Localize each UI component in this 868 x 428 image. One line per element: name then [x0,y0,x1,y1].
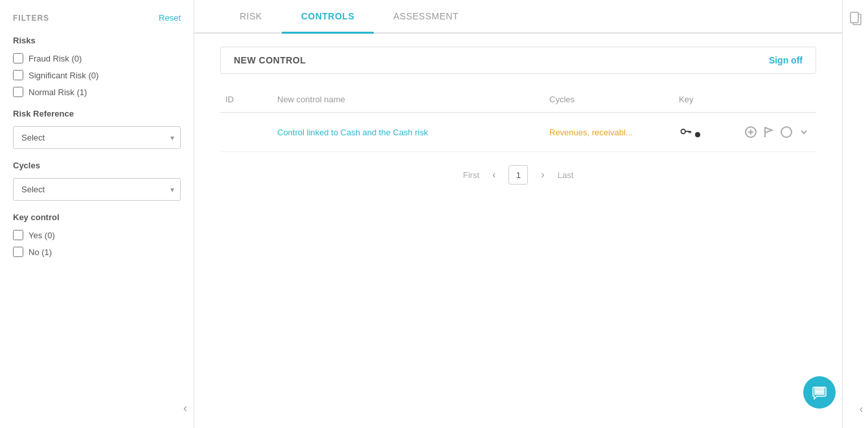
significant-risk-item: Significant Risk (0) [13,70,181,80]
cell-name[interactable]: Control linked to Cash and the Cash risk [272,125,544,140]
new-control-button[interactable]: NEW CONTROL [221,47,319,73]
risk-reference-select[interactable]: Select [13,126,181,149]
risks-section-title: Risks [13,36,181,45]
dot-indicator-icon [694,131,701,138]
cell-key [674,122,738,142]
col-actions [738,92,816,107]
fraud-risk-label: Fraud Risk (0) [29,54,82,63]
svg-point-0 [681,129,685,133]
cycles-section-title: Cycles [13,161,181,170]
tab-assessment[interactable]: ASSESSMENT [374,1,478,34]
pagination: First ‹ 1 › Last [220,165,816,185]
svg-point-14 [821,391,823,393]
significant-risk-label: Significant Risk (0) [29,71,98,80]
key-icon [679,125,692,138]
flag-action-icon[interactable] [762,124,776,140]
col-name: New control name [272,92,544,107]
cycles-section: Cycles Select ▾ [13,161,181,201]
cell-id [220,130,272,135]
normal-risk-checkbox[interactable] [13,87,23,97]
first-page-label[interactable]: First [463,170,479,180]
key-control-title: Key control [13,212,181,222]
toolbar: NEW CONTROL Sign off [220,47,816,74]
yes-key-label: Yes (0) [29,231,55,240]
no-key-checkbox[interactable] [13,247,23,257]
current-page-number: 1 [508,165,528,185]
sign-off-button[interactable]: Sign off [756,47,816,73]
content-area: NEW CONTROL Sign off ID New control name… [194,34,842,428]
nav-tabs: RISK CONTROLS ASSESSMENT [194,0,842,34]
yes-key-item: Yes (0) [13,230,181,240]
cell-cycles: Revenues, receivabl... [544,125,674,140]
prev-page-button[interactable]: ‹ [487,166,501,183]
sidebar: FILTERS Reset Risks Fraud Risk (0) Signi… [0,0,194,428]
expand-action-icon[interactable] [797,124,812,140]
cycles-wrapper: Select ▾ [13,178,181,201]
risks-section: Risks Fraud Risk (0) Significant Risk (0… [13,36,181,97]
sidebar-collapse-button[interactable]: ‹ [183,401,187,415]
row-actions [738,122,816,142]
svg-rect-11 [851,12,858,23]
reset-link[interactable]: Reset [159,13,181,23]
svg-point-13 [819,391,821,393]
table-row: Control linked to Cash and the Cash risk… [220,113,816,152]
right-collapse-button[interactable]: ‹ [860,403,863,415]
col-id: ID [220,92,272,107]
last-page-label[interactable]: Last [558,170,574,180]
col-cycles: Cycles [544,92,674,107]
svg-point-9 [781,127,792,137]
fraud-risk-item: Fraud Risk (0) [13,53,181,63]
no-key-item: No (1) [13,247,181,257]
add-action-icon[interactable] [744,124,758,140]
risk-reference-wrapper: Select ▾ [13,126,181,149]
tab-risk[interactable]: RISK [220,1,282,34]
normal-risk-label: Normal Risk (1) [29,87,87,97]
table-header: ID New control name Cycles Key [220,87,816,113]
cycles-select[interactable]: Select [13,178,181,201]
risk-reference-section: Risk Reference Select ▾ [13,109,181,149]
right-panel [842,0,868,428]
main-content: RISK CONTROLS ASSESSMENT NEW CONTROL Sig… [194,0,842,428]
no-key-label: No (1) [29,247,52,257]
tab-controls[interactable]: CONTROLS [282,1,374,34]
next-page-button[interactable]: › [536,166,549,183]
svg-point-4 [695,132,700,137]
significant-risk-checkbox[interactable] [13,70,23,80]
risk-reference-title: Risk Reference [13,109,181,118]
col-key: Key [674,92,738,107]
normal-risk-item: Normal Risk (1) [13,87,181,97]
fraud-risk-checkbox[interactable] [13,53,23,63]
key-control-section: Key control Yes (0) No (1) [13,212,181,257]
svg-point-12 [816,391,818,393]
copy-icon[interactable] [844,6,867,34]
circle-action-icon[interactable] [779,124,794,140]
chat-fab-button[interactable] [803,376,836,409]
yes-key-checkbox[interactable] [13,230,23,240]
filters-title: FILTERS [13,14,49,23]
